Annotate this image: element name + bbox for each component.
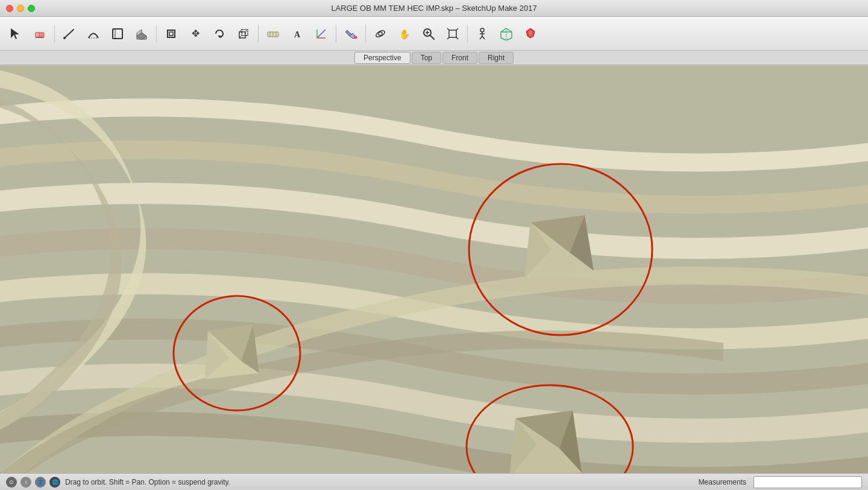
offset-icon bbox=[165, 27, 178, 40]
svg-line-46 bbox=[482, 36, 485, 39]
svg-point-5 bbox=[63, 37, 66, 39]
svg-line-38 bbox=[447, 28, 449, 30]
toolbar-separator-4 bbox=[336, 25, 336, 43]
tab-front[interactable]: Front bbox=[442, 52, 477, 64]
scale-icon bbox=[237, 27, 250, 40]
pan-tool-button[interactable]: ✋ bbox=[394, 23, 415, 45]
status-icon-4: 🌐 bbox=[49, 477, 60, 488]
statusbar: ⊙ i 👤 🌐 Drag to orbit. Shift = Pan. Opti… bbox=[0, 473, 868, 490]
arc-icon bbox=[87, 27, 100, 40]
measurements-input[interactable] bbox=[753, 476, 862, 488]
push-pull-tool-button[interactable] bbox=[131, 23, 153, 45]
window-title: LARGE OB MM TEM HEC IMP.skp – SketchUp M… bbox=[331, 4, 536, 13]
svg-line-4 bbox=[64, 30, 74, 38]
zoom-extents-icon bbox=[446, 27, 459, 40]
section-plane-tool-button[interactable] bbox=[495, 23, 517, 45]
svg-line-39 bbox=[456, 28, 458, 30]
zoom-extents-tool-button[interactable] bbox=[442, 23, 464, 45]
select-icon bbox=[9, 27, 22, 40]
move-icon: ✥ bbox=[189, 27, 202, 40]
tape-measure-icon bbox=[266, 27, 280, 40]
svg-point-30 bbox=[375, 29, 386, 38]
eraser-tool-button[interactable] bbox=[29, 23, 51, 45]
svg-text:✋: ✋ bbox=[399, 29, 410, 40]
svg-text:A: A bbox=[294, 30, 301, 39]
push-pull-icon bbox=[135, 27, 148, 40]
tab-top[interactable]: Top bbox=[412, 52, 441, 64]
svg-rect-2 bbox=[36, 33, 39, 37]
svg-rect-7 bbox=[113, 29, 122, 39]
svg-marker-0 bbox=[11, 28, 19, 39]
svg-rect-13 bbox=[169, 32, 173, 36]
scene-canvas bbox=[0, 66, 868, 473]
svg-point-31 bbox=[379, 32, 382, 36]
offset-tool-button[interactable] bbox=[160, 23, 182, 45]
rotate-tool-button[interactable] bbox=[209, 23, 230, 45]
maximize-button[interactable] bbox=[28, 5, 35, 12]
toolbar-separator-5 bbox=[365, 25, 366, 43]
svg-line-34 bbox=[430, 36, 434, 39]
axes-icon bbox=[315, 27, 328, 40]
status-icons-group: ⊙ i 👤 🌐 bbox=[6, 477, 60, 488]
toolbar-separator-3 bbox=[258, 25, 259, 43]
scale-tool-button[interactable] bbox=[233, 23, 254, 45]
shapes-icon bbox=[111, 27, 124, 40]
view-tabs-bar: Perspective Top Front Right bbox=[0, 51, 868, 65]
arc-tool-button[interactable] bbox=[83, 23, 104, 45]
status-icon-2: i bbox=[20, 477, 31, 488]
svg-line-26 bbox=[317, 30, 326, 38]
svg-rect-37 bbox=[449, 30, 456, 37]
text-icon: A bbox=[291, 27, 304, 40]
tab-perspective[interactable]: Perspective bbox=[354, 52, 410, 64]
close-button[interactable] bbox=[6, 5, 13, 12]
zoom-tool-button[interactable] bbox=[418, 23, 439, 45]
axes-tool-button[interactable] bbox=[310, 23, 332, 45]
shapes-tool-button[interactable] bbox=[107, 23, 128, 45]
svg-rect-12 bbox=[168, 30, 175, 37]
svg-line-45 bbox=[480, 36, 482, 39]
line-icon bbox=[63, 27, 76, 40]
toolbar-separator-2 bbox=[156, 25, 157, 43]
minimize-button[interactable] bbox=[17, 5, 24, 12]
text-tool-button[interactable]: A bbox=[286, 23, 308, 45]
ruby-console-icon bbox=[524, 27, 537, 40]
toolbar: ✥ A bbox=[0, 17, 868, 51]
rotate-icon bbox=[213, 27, 226, 40]
svg-text:✥: ✥ bbox=[192, 28, 200, 39]
titlebar: LARGE OB MM TEM HEC IMP.skp – SketchUp M… bbox=[0, 0, 868, 17]
paint-bucket-icon bbox=[344, 27, 357, 40]
status-icon-3: 👤 bbox=[35, 477, 46, 488]
ruby-console-button[interactable] bbox=[520, 23, 541, 45]
line-tool-button[interactable] bbox=[58, 23, 80, 45]
pan-icon: ✋ bbox=[398, 27, 411, 40]
tab-right[interactable]: Right bbox=[479, 52, 514, 64]
paint-bucket-tool-button[interactable] bbox=[340, 23, 362, 45]
traffic-lights bbox=[6, 5, 35, 12]
section-plane-icon bbox=[500, 27, 513, 40]
svg-line-41 bbox=[456, 37, 458, 39]
eraser-icon bbox=[33, 27, 46, 40]
status-message: Drag to orbit. Shift = Pan. Option = sus… bbox=[65, 478, 694, 486]
tape-measure-tool-button[interactable] bbox=[262, 23, 284, 45]
3d-viewport[interactable] bbox=[0, 66, 868, 473]
orbit-icon bbox=[374, 27, 387, 40]
toolbar-separator-6 bbox=[467, 25, 468, 43]
orbit-tool-button[interactable] bbox=[370, 23, 391, 45]
select-tool-button[interactable] bbox=[5, 23, 27, 45]
zoom-icon bbox=[422, 27, 435, 40]
walk-icon bbox=[476, 27, 489, 40]
svg-point-29 bbox=[354, 36, 357, 39]
move-tool-button[interactable]: ✥ bbox=[184, 23, 206, 45]
status-icon-1: ⊙ bbox=[6, 477, 17, 488]
svg-point-42 bbox=[480, 28, 484, 32]
svg-line-40 bbox=[447, 37, 449, 39]
walk-tool-button[interactable] bbox=[471, 23, 493, 45]
toolbar-separator-1 bbox=[54, 25, 55, 43]
measurements-label: Measurements bbox=[699, 478, 746, 486]
